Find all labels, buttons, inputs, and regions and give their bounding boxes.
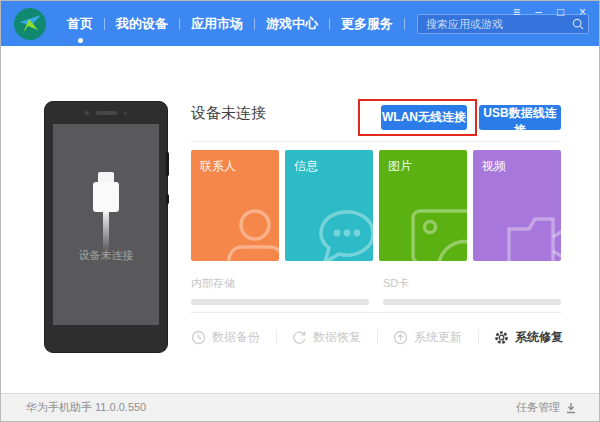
message-icon [311,203,373,261]
actions-bar: 数据备份 数据恢复 系统更新 系统修复 [191,323,563,351]
nav-item-game-center[interactable]: 游戏中心 [257,15,327,33]
phone-sensor-dot [124,112,127,115]
phone-power-button [166,194,169,204]
action-separator [377,330,378,344]
window-controls: ≡ – □ × [510,5,589,19]
usb-cable [103,212,109,252]
active-dot [78,38,83,43]
nav-label: 应用市场 [191,16,243,31]
nav-label: 更多服务 [341,16,393,31]
action-data-restore[interactable]: 数据恢复 [292,329,361,346]
nav-item-app-market[interactable]: 应用市场 [182,15,252,33]
minimize-icon[interactable]: – [532,5,545,19]
video-icon [499,203,561,261]
hisuite-logo-icon [14,8,46,40]
download-icon [565,402,577,414]
gear-icon [494,330,509,345]
backup-clock-icon [191,330,206,345]
action-data-backup[interactable]: 数据备份 [191,329,260,346]
nav-item-more-services[interactable]: 更多服务 [332,15,402,33]
nav-separator [404,18,405,30]
category-tiles: 联系人 信息 图片 视频 [191,150,561,261]
hisuite-window: 首页 我的设备 应用市场 游戏中心 更多服务 ≡ – □ × [0,0,600,422]
tile-contacts[interactable]: 联系人 [191,150,279,261]
nav-label: 游戏中心 [266,16,318,31]
action-label: 系统修复 [515,329,563,346]
menu-icon[interactable]: ≡ [510,5,523,19]
tile-messages[interactable]: 信息 [285,150,373,261]
action-system-update[interactable]: 系统更新 [393,329,462,346]
task-manager-label: 任务管理 [516,400,560,415]
phone-camera-dot [85,111,89,115]
nav-item-home[interactable]: 首页 [58,15,102,33]
maximize-icon[interactable]: □ [554,5,567,19]
close-icon[interactable]: × [576,5,589,19]
usb-connect-button[interactable]: USB数据线连接 [479,105,561,130]
tile-videos[interactable]: 视频 [473,150,561,261]
action-label: 数据恢复 [313,329,361,346]
nav-separator [329,18,330,30]
restore-arrow-icon [292,330,307,345]
nav-separator [179,18,180,30]
storage-label: 内部存储 [191,277,235,289]
phone-volume-button [166,152,169,176]
action-label: 系统更新 [414,329,462,346]
action-label: 数据备份 [212,329,260,346]
tile-pictures[interactable]: 图片 [379,150,467,261]
storage-sdcard: SD卡 [383,273,561,305]
action-system-repair[interactable]: 系统修复 [494,329,563,346]
wlan-connect-button[interactable]: WLAN无线连接 [381,105,467,130]
sdcard-storage-bar [383,299,561,305]
header-bar: 首页 我的设备 应用市场 游戏中心 更多服务 ≡ – □ × [1,1,599,46]
update-arrow-icon [393,330,408,345]
action-separator [478,330,479,344]
phone-speaker [96,111,117,115]
contact-icon [217,203,279,261]
tile-label: 视频 [482,158,506,175]
nav-label: 首页 [67,16,93,31]
page-title: 设备未连接 [191,104,266,123]
app-version: 华为手机助手 11.0.0.550 [26,400,146,415]
status-bar: 华为手机助手 11.0.0.550 任务管理 [1,393,599,421]
header-divider [191,141,561,142]
nav-label: 我的设备 [116,16,168,31]
usb-plug-body [93,182,119,212]
search-icon[interactable] [572,18,584,30]
storage-internal: 内部存储 [191,273,369,305]
phone-screen: 设备未连接 [53,124,159,325]
nav-separator [254,18,255,30]
tile-label: 图片 [388,158,412,175]
picture-icon [405,203,467,261]
storage-label: SD卡 [383,277,409,289]
nav-item-my-device[interactable]: 我的设备 [107,15,177,33]
phone-illustration: 设备未连接 [44,101,168,353]
phone-status-text: 设备未连接 [53,248,159,263]
tile-label: 信息 [294,158,318,175]
task-manager-button[interactable]: 任务管理 [516,400,577,415]
storage-divider [191,312,561,313]
internal-storage-bar [191,299,369,305]
action-separator [276,330,277,344]
main-nav: 首页 我的设备 应用市场 游戏中心 更多服务 [58,1,407,46]
tile-label: 联系人 [200,158,236,175]
storage-section: 内部存储 SD卡 [191,273,561,305]
nav-separator [104,18,105,30]
